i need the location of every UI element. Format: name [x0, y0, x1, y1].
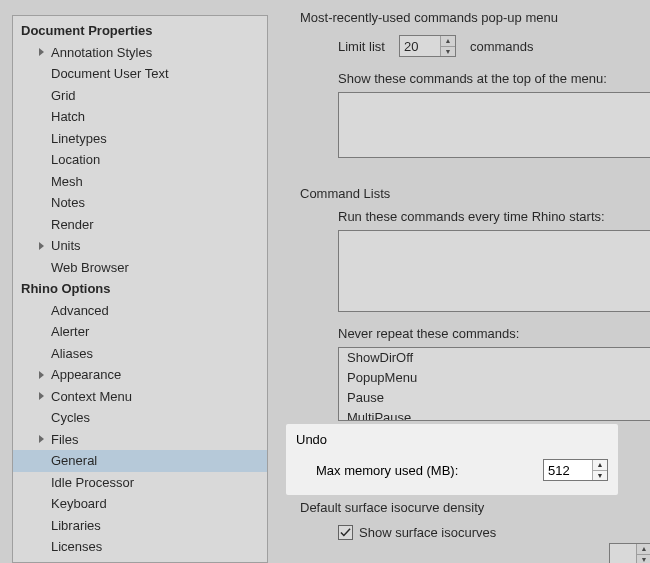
tree-item[interactable]: Notes	[13, 192, 267, 214]
tree-item[interactable]: Aliases	[13, 343, 267, 365]
chevron-right-icon[interactable]	[35, 371, 49, 379]
tree-item-label: Appearance	[49, 364, 121, 386]
tree-item[interactable]: Render	[13, 214, 267, 236]
command-lists-group: Command Lists Run these commands every t…	[296, 186, 650, 421]
tree-item-label: General	[49, 450, 97, 472]
chevron-right-icon[interactable]	[35, 392, 49, 400]
tree-item[interactable]: Linetypes	[13, 128, 267, 150]
mru-limit-label-post: commands	[470, 39, 534, 54]
tree-item[interactable]: Mesh	[13, 171, 267, 193]
tree-item-label: Linetypes	[49, 128, 107, 150]
tree-root-label: Rhino Options	[19, 278, 111, 300]
tree-item-label: Licenses	[49, 536, 102, 558]
tree-item-label: Keyboard	[49, 493, 107, 515]
tree-item-label: Render	[49, 214, 94, 236]
tree-item[interactable]: Files	[13, 429, 267, 451]
isocurve-group: Default surface isocurve density Show su…	[296, 500, 650, 540]
never-repeat-line[interactable]: ShowDirOff	[339, 348, 650, 368]
tree-root[interactable]: Document Properties	[13, 20, 267, 42]
never-repeat-line[interactable]: MultiPause	[339, 408, 650, 421]
tree-item[interactable]: Idle Processor	[13, 472, 267, 494]
tree-item-label: Location	[49, 149, 100, 171]
tree-item[interactable]: Alerter	[13, 321, 267, 343]
command-lists-title: Command Lists	[296, 186, 650, 201]
show-isocurves-checkbox[interactable]	[338, 525, 353, 540]
tree-item-label: Notes	[49, 192, 85, 214]
mru-top-textbox[interactable]	[338, 92, 650, 158]
tree-item[interactable]: Appearance	[13, 364, 267, 386]
tree-item[interactable]: Web Browser	[13, 257, 267, 279]
tree-item[interactable]: Libraries	[13, 515, 267, 537]
spinner-up-icon[interactable]: ▲	[637, 544, 650, 555]
undo-title: Undo	[296, 432, 608, 447]
tree-item[interactable]: Advanced	[13, 300, 267, 322]
tree-item-label: Alerter	[49, 321, 89, 343]
tree-item-label: Web Browser	[49, 257, 129, 279]
tree-item[interactable]: Hatch	[13, 106, 267, 128]
tree-item-label: Advanced	[49, 300, 109, 322]
spinner-down-icon[interactable]: ▼	[593, 471, 607, 481]
mru-group: Most-recently-used commands pop-up menu …	[296, 10, 650, 158]
tree-item[interactable]: Units	[13, 235, 267, 257]
tree-item[interactable]: General	[13, 450, 267, 472]
show-isocurves-label: Show surface isocurves	[359, 525, 496, 540]
tree-item[interactable]: Annotation Styles	[13, 42, 267, 64]
undo-mem-label: Max memory used (MB):	[316, 463, 458, 478]
tree-item[interactable]: Document User Text	[13, 63, 267, 85]
tree-item-label: Libraries	[49, 515, 101, 537]
tree-item-label: Idle Processor	[49, 472, 134, 494]
chevron-right-icon[interactable]	[35, 435, 49, 443]
tree-item-label: Mesh	[49, 171, 83, 193]
mru-title: Most-recently-used commands pop-up menu	[296, 10, 650, 25]
tree-item-label: Document User Text	[49, 63, 169, 85]
mru-limit-input[interactable]	[400, 36, 440, 56]
tree-item-label: Annotation Styles	[49, 42, 152, 64]
never-repeat-line[interactable]: PopupMenu	[339, 368, 650, 388]
startup-commands-textbox[interactable]	[338, 230, 650, 312]
tree-root[interactable]: Rhino Options	[13, 278, 267, 300]
tree-item-label: Context Menu	[49, 386, 132, 408]
tree-item-label: Cycles	[49, 407, 90, 429]
isocurve-density-spinner-partial[interactable]: ▲ ▼	[609, 543, 650, 563]
spinner-up-icon[interactable]: ▲	[593, 460, 607, 471]
isocurve-title: Default surface isocurve density	[296, 500, 650, 515]
tree-item-label: Units	[49, 235, 81, 257]
spinner-down-icon[interactable]: ▼	[637, 555, 650, 564]
tree-item-label: Grid	[49, 85, 76, 107]
mru-top-label: Show these commands at the top of the me…	[296, 71, 650, 86]
isocurve-density-input[interactable]	[610, 544, 636, 563]
spinner-up-icon[interactable]: ▲	[441, 36, 455, 47]
settings-tree-panel: Document PropertiesAnnotation StylesDocu…	[12, 15, 268, 563]
tree-item-label: Files	[49, 429, 78, 451]
undo-mem-input[interactable]	[544, 460, 592, 480]
mru-limit-spinner[interactable]: ▲ ▼	[399, 35, 456, 57]
tree-item[interactable]: Location	[13, 149, 267, 171]
tree-item-label: Aliases	[49, 343, 93, 365]
tree-item-label: Hatch	[49, 106, 85, 128]
settings-tree[interactable]: Document PropertiesAnnotation StylesDocu…	[13, 16, 267, 558]
never-repeat-label: Never repeat these commands:	[296, 326, 650, 341]
tree-item[interactable]: Keyboard	[13, 493, 267, 515]
tree-item[interactable]: Licenses	[13, 536, 267, 558]
undo-group: Undo Max memory used (MB): ▲ ▼	[286, 424, 618, 495]
tree-item[interactable]: Cycles	[13, 407, 267, 429]
spinner-down-icon[interactable]: ▼	[441, 47, 455, 57]
startup-commands-label: Run these commands every time Rhino star…	[296, 209, 650, 224]
check-icon	[340, 527, 351, 538]
tree-item[interactable]: Grid	[13, 85, 267, 107]
chevron-right-icon[interactable]	[35, 48, 49, 56]
never-repeat-line[interactable]: Pause	[339, 388, 650, 408]
mru-limit-label-pre: Limit list	[338, 39, 385, 54]
never-repeat-textbox[interactable]: ShowDirOffPopupMenuPauseMultiPause	[338, 347, 650, 421]
undo-mem-spinner[interactable]: ▲ ▼	[543, 459, 608, 481]
tree-item[interactable]: Context Menu	[13, 386, 267, 408]
tree-root-label: Document Properties	[19, 20, 152, 42]
chevron-right-icon[interactable]	[35, 242, 49, 250]
